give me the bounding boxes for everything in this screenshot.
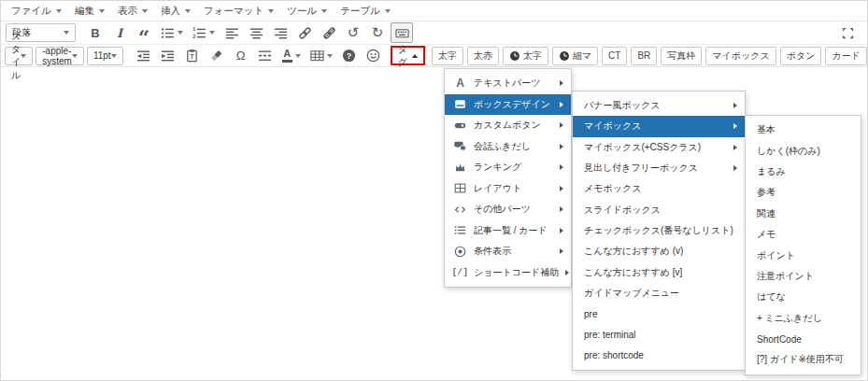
- font-family-select[interactable]: -apple-system: [36, 47, 84, 65]
- menu-item-label: まるみ: [757, 165, 786, 178]
- card-button[interactable]: カード: [825, 47, 866, 65]
- tag-button[interactable]: タグ: [391, 46, 425, 65]
- menu-item-square-frame[interactable]: しかく(枠のみ): [746, 140, 861, 161]
- bold-red-button[interactable]: 太赤: [467, 47, 499, 65]
- blockquote-button[interactable]: “: [133, 22, 155, 43]
- menu-item-titled-free-box[interactable]: 見出し付きフリーボックス: [573, 158, 745, 178]
- menu-item-recommend-v2[interactable]: こんな方におすすめ [v]: [573, 261, 745, 282]
- menubar-item-format[interactable]: フォーマット: [197, 1, 280, 21]
- menu-item-speech-balloon[interactable]: 会話ふきだし: [445, 136, 571, 158]
- menu-item-conditional-display[interactable]: 条件表示: [445, 241, 571, 262]
- menu-item-shortcode[interactable]: ShortCode: [746, 329, 861, 349]
- menu-item-guide-unusable[interactable]: [?] ガイド※使用不可: [746, 349, 861, 370]
- menubar-item-tools[interactable]: ツール: [280, 1, 334, 21]
- menu-item-shortcode-assist[interactable]: [/]ショートコード補助: [445, 262, 571, 284]
- submenu-arrow-icon: [560, 186, 563, 191]
- menu-item-mini-balloon[interactable]: + ミニふきだし: [746, 308, 861, 329]
- bold-button[interactable]: B: [84, 22, 107, 43]
- menu-item-banner-box[interactable]: バナー風ボックス: [573, 95, 745, 116]
- align-center-button[interactable]: [245, 22, 267, 43]
- table-button[interactable]: [306, 46, 336, 66]
- indent-icon: [161, 49, 175, 63]
- menu-item-hatena[interactable]: はてな: [746, 287, 861, 307]
- menu-item-caution-point[interactable]: 注意ポイント: [746, 266, 861, 287]
- chevron-down-icon: [142, 9, 148, 13]
- bullet-list-button[interactable]: [157, 22, 187, 43]
- ct-button[interactable]: CT: [602, 47, 627, 65]
- font-size-select[interactable]: 11pt: [87, 47, 123, 65]
- menu-item-rounded[interactable]: まるみ: [746, 162, 861, 182]
- layout-grid-icon: [453, 182, 467, 194]
- bold-text-button[interactable]: 太字: [432, 47, 463, 65]
- undo-button[interactable]: ↺: [342, 22, 364, 43]
- menu-item-check-box[interactable]: チェックボックス(番号なしリスト): [573, 220, 745, 241]
- indent-button[interactable]: [157, 46, 179, 66]
- menu-item-point[interactable]: ポイント: [746, 245, 861, 265]
- menu-item-layout[interactable]: レイアウト: [445, 178, 571, 200]
- marker-bold-button[interactable]: 太字: [503, 47, 548, 65]
- menu-item-recommend-v1[interactable]: こんな方におすすめ (v): [573, 241, 745, 261]
- button-label: マイボックス: [712, 49, 769, 63]
- blockquote-icon: “: [138, 27, 149, 39]
- menu-item-mybox[interactable]: マイボックス: [573, 116, 745, 136]
- bold-icon: B: [91, 26, 99, 40]
- menu-item-related[interactable]: 関連: [746, 204, 861, 224]
- menu-item-memo[interactable]: メモ: [746, 224, 861, 245]
- italic-button[interactable]: I: [108, 22, 131, 43]
- special-character-button[interactable]: Ω: [230, 46, 252, 66]
- link-button[interactable]: [293, 22, 316, 43]
- fullscreen-button[interactable]: [836, 22, 859, 43]
- menu-item-mybox-css-class[interactable]: マイボックス(+CSSクラス): [573, 137, 745, 158]
- toolbar-toggle-button[interactable]: [391, 22, 413, 43]
- align-right-button[interactable]: [269, 22, 292, 43]
- styles-button[interactable]: スタイル: [5, 47, 33, 65]
- submenu-arrow-icon: [560, 164, 563, 170]
- menu-item-post-list-card[interactable]: 記事一覧 / カード: [445, 220, 571, 242]
- menu-item-other-parts[interactable]: その他パーツ: [445, 199, 571, 220]
- menu-item-label: メモ: [757, 228, 776, 241]
- menu-item-basic[interactable]: 基本: [746, 120, 861, 140]
- chevron-down-icon: [209, 31, 215, 35]
- menu-item-reference[interactable]: 参考: [746, 182, 861, 203]
- menu-item-slide-box[interactable]: スライドボックス: [573, 199, 745, 219]
- crown-icon: [453, 162, 467, 174]
- menu-item-label: 関連: [757, 207, 776, 220]
- redo-button[interactable]: ↻: [366, 22, 389, 43]
- numbered-list-button[interactable]: 12: [189, 22, 219, 43]
- menu-item-box-design[interactable]: ボックスデザイン: [445, 94, 571, 116]
- menu-item-pre-shortcode[interactable]: pre: shortcode: [573, 346, 745, 366]
- menu-item-pre-terminal[interactable]: pre: terminal: [573, 324, 745, 345]
- menu-item-memo-box[interactable]: メモボックス: [573, 178, 745, 199]
- submenu-arrow-icon: [560, 144, 563, 149]
- menubar-item-file[interactable]: ファイル: [5, 1, 68, 21]
- help-button[interactable]: ?: [338, 46, 361, 66]
- menu-item-guide-map-menu[interactable]: ガイドマップメニュー: [573, 283, 745, 303]
- menu-item-text-parts[interactable]: Aテキストパーツ: [445, 73, 571, 94]
- chevron-down-icon: [21, 54, 26, 58]
- button-label: 写真枠: [667, 49, 695, 63]
- menu-item-label: pre: shortcode: [584, 350, 644, 360]
- page-break-button[interactable]: [254, 46, 277, 66]
- shortcut-buttons-group: 太字太赤太字細マCTBR写真枠マイボックスボタンカード: [430, 47, 868, 65]
- menu-item-pre[interactable]: pre: [573, 303, 745, 324]
- menubar-item-table[interactable]: テーブル: [334, 1, 397, 21]
- marker-thin-button[interactable]: 細マ: [552, 47, 598, 65]
- paste-text-button[interactable]: T: [181, 46, 204, 66]
- emoticons-button[interactable]: [363, 46, 385, 66]
- outdent-button[interactable]: [133, 46, 155, 66]
- menu-item-custom-button[interactable]: カスタムボタン: [445, 115, 571, 136]
- remove-format-button[interactable]: [206, 46, 228, 66]
- button-button[interactable]: ボタン: [780, 47, 822, 65]
- menubar-item-insert[interactable]: 挿入: [154, 1, 197, 21]
- text-color-button[interactable]: A: [278, 46, 305, 66]
- menubar-item-view[interactable]: 表示: [111, 1, 154, 21]
- text-color-icon: A: [282, 49, 292, 63]
- br-button[interactable]: BR: [631, 47, 657, 65]
- menubar-item-edit[interactable]: 編集: [68, 1, 111, 21]
- photo-frame-button[interactable]: 写真枠: [661, 47, 702, 65]
- menu-item-ranking[interactable]: ランキング: [445, 157, 571, 178]
- unlink-button[interactable]: [318, 22, 340, 43]
- mybox-button[interactable]: マイボックス: [705, 47, 776, 65]
- align-left-button[interactable]: [221, 22, 243, 43]
- menu-item-label: pre: terminal: [584, 330, 636, 340]
